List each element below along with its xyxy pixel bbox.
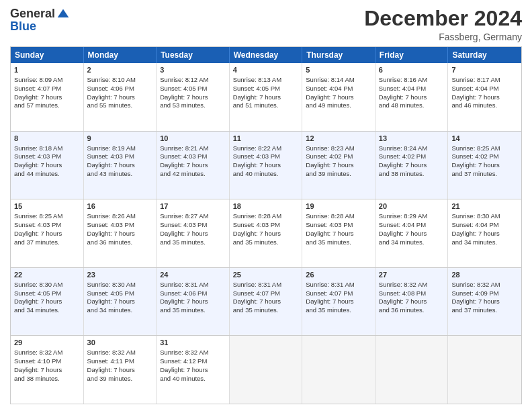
day-info: Sunset: 4:06 PM xyxy=(160,289,226,298)
day-info: Sunrise: 8:24 AM xyxy=(379,144,445,153)
day-info: and 39 minutes. xyxy=(87,375,153,383)
day-info: Sunrise: 8:27 AM xyxy=(160,212,226,221)
calendar-cell: 17Sunrise: 8:27 AMSunset: 4:03 PMDayligh… xyxy=(157,199,230,267)
day-info: Sunrise: 8:13 AM xyxy=(233,76,299,85)
day-info: Sunrise: 8:23 AM xyxy=(306,144,371,153)
calendar-cell: 13Sunrise: 8:24 AMSunset: 4:02 PMDayligh… xyxy=(375,132,449,199)
day-info: Daylight: 7 hours xyxy=(306,298,371,306)
day-info: and 34 minutes. xyxy=(451,238,518,247)
day-info: and 36 minutes. xyxy=(87,238,153,247)
day-info: Daylight: 7 hours xyxy=(87,366,153,375)
day-number: 6 xyxy=(379,65,445,75)
svg-marker-0 xyxy=(58,9,69,17)
day-info: Daylight: 7 hours xyxy=(87,161,153,170)
header: General Blue December 2024 Fassberg, Ger… xyxy=(10,7,522,42)
day-info: Daylight: 7 hours xyxy=(87,298,153,306)
day-number: 29 xyxy=(14,338,80,348)
day-number: 14 xyxy=(451,134,518,144)
day-info: Sunrise: 8:32 AM xyxy=(451,281,518,289)
day-number: 16 xyxy=(87,201,153,212)
day-number: 5 xyxy=(306,65,371,75)
day-info: Sunset: 4:03 PM xyxy=(233,221,299,230)
day-info: and 35 minutes. xyxy=(233,238,299,247)
day-info: Daylight: 7 hours xyxy=(14,230,80,238)
day-info: Sunset: 4:02 PM xyxy=(306,152,371,161)
calendar-cell-empty xyxy=(302,336,375,404)
day-info: Sunrise: 8:25 AM xyxy=(14,212,80,221)
day-number: 23 xyxy=(87,270,153,280)
day-number: 9 xyxy=(87,134,153,144)
day-info: Daylight: 7 hours xyxy=(306,93,371,102)
day-info: and 37 minutes. xyxy=(451,170,518,179)
day-number: 10 xyxy=(160,134,226,144)
day-info: Sunset: 4:08 PM xyxy=(379,289,445,298)
weekday-header: Thursday xyxy=(302,47,375,63)
calendar-cell: 15Sunrise: 8:25 AMSunset: 4:03 PMDayligh… xyxy=(11,199,84,267)
day-info: and 46 minutes. xyxy=(451,101,518,110)
day-info: and 35 minutes. xyxy=(233,306,299,315)
day-info: Sunrise: 8:26 AM xyxy=(87,212,153,221)
day-number: 21 xyxy=(451,201,518,212)
day-info: Sunset: 4:05 PM xyxy=(14,289,80,298)
day-number: 15 xyxy=(14,201,80,212)
day-info: Sunset: 4:04 PM xyxy=(306,85,371,93)
day-info: Daylight: 7 hours xyxy=(14,298,80,306)
day-info: and 53 minutes. xyxy=(160,101,226,110)
calendar-cell-empty xyxy=(375,336,449,404)
day-info: and 55 minutes. xyxy=(87,101,153,110)
calendar-cell-empty xyxy=(448,336,521,404)
day-info: Sunrise: 8:09 AM xyxy=(14,76,80,85)
day-number: 4 xyxy=(233,65,299,75)
day-info: Sunrise: 8:30 AM xyxy=(451,212,518,221)
day-info: Daylight: 7 hours xyxy=(451,298,518,306)
day-info: Sunset: 4:04 PM xyxy=(451,221,518,230)
day-info: and 38 minutes. xyxy=(14,375,80,383)
day-info: Sunrise: 8:28 AM xyxy=(306,212,371,221)
day-info: and 36 minutes. xyxy=(379,306,445,315)
day-info: Sunset: 4:04 PM xyxy=(379,221,445,230)
calendar-row: 22Sunrise: 8:30 AMSunset: 4:05 PMDayligh… xyxy=(11,267,521,336)
calendar-cell: 20Sunrise: 8:29 AMSunset: 4:04 PMDayligh… xyxy=(375,199,449,267)
calendar-cell: 8Sunrise: 8:18 AMSunset: 4:03 PMDaylight… xyxy=(11,132,84,199)
day-info: Sunset: 4:06 PM xyxy=(87,85,153,93)
day-info: Sunset: 4:05 PM xyxy=(160,85,226,93)
day-info: Daylight: 7 hours xyxy=(379,93,445,102)
calendar-row: 15Sunrise: 8:25 AMSunset: 4:03 PMDayligh… xyxy=(11,199,521,267)
day-number: 28 xyxy=(451,270,518,280)
day-number: 20 xyxy=(379,201,445,212)
day-number: 26 xyxy=(306,270,371,280)
day-info: Sunrise: 8:25 AM xyxy=(451,144,518,153)
day-info: and 40 minutes. xyxy=(233,170,299,179)
calendar-cell: 10Sunrise: 8:21 AMSunset: 4:03 PMDayligh… xyxy=(157,132,230,199)
logo-blue: Blue xyxy=(10,19,36,34)
calendar-cell: 2Sunrise: 8:10 AMSunset: 4:06 PMDaylight… xyxy=(84,63,157,131)
day-info: Daylight: 7 hours xyxy=(160,366,226,375)
day-info: and 38 minutes. xyxy=(379,170,445,179)
logo-text: General xyxy=(10,7,70,21)
day-info: Sunset: 4:03 PM xyxy=(87,221,153,230)
logo-general: General xyxy=(10,7,55,21)
day-info: Sunrise: 8:30 AM xyxy=(14,281,80,289)
day-info: Daylight: 7 hours xyxy=(233,230,299,238)
day-info: Sunset: 4:07 PM xyxy=(233,289,299,298)
location: Fassberg, Germany xyxy=(364,32,522,42)
day-number: 7 xyxy=(451,65,518,75)
weekday-header: Friday xyxy=(375,47,449,63)
day-info: and 40 minutes. xyxy=(160,375,226,383)
day-info: Sunset: 4:07 PM xyxy=(14,85,80,93)
day-info: and 37 minutes. xyxy=(451,306,518,315)
day-number: 18 xyxy=(233,201,299,212)
logo: General Blue xyxy=(10,7,70,34)
day-info: Sunrise: 8:16 AM xyxy=(379,76,445,85)
day-number: 25 xyxy=(233,270,299,280)
weekday-header: Saturday xyxy=(448,47,521,63)
day-info: Sunset: 4:02 PM xyxy=(451,152,518,161)
day-info: and 35 minutes. xyxy=(160,238,226,247)
day-info: Daylight: 7 hours xyxy=(451,161,518,170)
weekday-header: Tuesday xyxy=(157,47,230,63)
calendar-cell: 31Sunrise: 8:32 AMSunset: 4:12 PMDayligh… xyxy=(157,336,230,404)
weekday-header: Wednesday xyxy=(230,47,303,63)
day-info: Sunset: 4:03 PM xyxy=(160,152,226,161)
day-info: Daylight: 7 hours xyxy=(451,93,518,102)
day-info: Daylight: 7 hours xyxy=(306,230,371,238)
